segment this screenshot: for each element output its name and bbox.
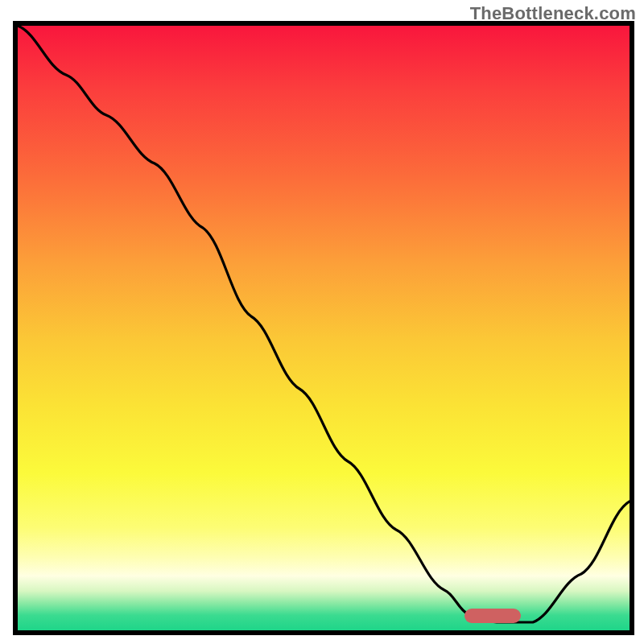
chart-frame — [13, 21, 634, 635]
optimal-marker — [464, 609, 521, 623]
chart-curve — [18, 26, 630, 630]
watermark-text: TheBottleneck.com — [470, 3, 636, 24]
